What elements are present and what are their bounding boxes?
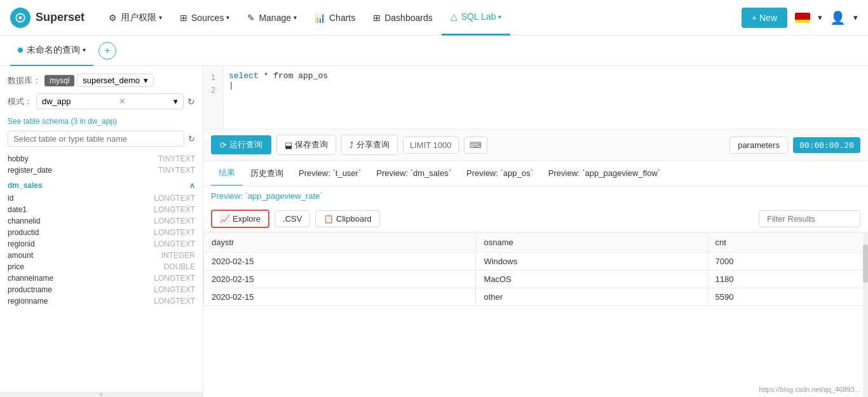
sql-cursor: | — [229, 81, 234, 90]
main-layout: 数据库： mysql superset_demo ▾ 模式： dw_app ✕ … — [0, 66, 868, 397]
save-query-button[interactable]: ⬓ 保存查询 — [276, 135, 336, 155]
cell-cnt-2: 1180 — [707, 271, 868, 288]
clipboard-label: Clipboard — [336, 214, 372, 224]
data-table-container: daystr osname cnt 2020-02-15 Windows 700… — [203, 232, 868, 397]
sql-editor[interactable]: 1 2 select * from app_os | — [203, 66, 868, 130]
run-query-button[interactable]: ⟳ 运行查询 — [211, 135, 271, 154]
limit-selector[interactable]: LIMIT 1000 — [403, 137, 459, 154]
tab-results-label: 结果 — [219, 167, 235, 178]
cell-osname-1: Windows — [476, 253, 707, 271]
parameters-button[interactable]: parameters — [729, 137, 788, 154]
nav-item-user-perms[interactable]: ⚙ 用户权限 ▾ — [100, 0, 171, 36]
tab-preview-dm-sales-label: Preview: `dm_sales` — [376, 168, 451, 178]
line-number-2: 2 — [211, 84, 215, 97]
logo-area: Superset — [10, 8, 85, 28]
explore-button[interactable]: 📈 Explore — [211, 210, 269, 228]
nav-item-manage[interactable]: ✎ Manage ▾ — [238, 0, 306, 36]
settings-icon: ⚙ — [109, 13, 117, 23]
field-type: DOUBLE — [164, 262, 195, 271]
app-name: Superset — [36, 11, 85, 24]
field-type: LONGTEXT — [154, 274, 195, 283]
scrollbar-track[interactable] — [863, 232, 868, 397]
query-timer: 00:00:00.20 — [793, 137, 860, 153]
chevron-down-icon: ▾ — [159, 14, 162, 21]
field-name: hobby — [8, 154, 29, 163]
cell-daystr-2: 2020-02-15 — [204, 271, 476, 288]
cell-daystr-1: 2020-02-15 — [204, 253, 476, 271]
field-row: regionid LONGTEXT — [8, 238, 195, 250]
database-select[interactable]: superset_demo ▾ — [77, 74, 154, 87]
field-name: channelname — [8, 274, 53, 283]
tab-preview-dm-sales[interactable]: Preview: `dm_sales` — [369, 161, 459, 186]
nav-item-sqllab[interactable]: △ SQL Lab ▾ — [442, 0, 511, 36]
query-tab-unnamed[interactable]: 未命名的查询 ▾ — [10, 36, 93, 66]
tab-results[interactable]: 结果 — [211, 161, 243, 186]
filter-results-input[interactable] — [759, 210, 860, 227]
flag-dropdown-arrow[interactable]: ▾ — [818, 13, 822, 22]
field-name: date1 — [8, 205, 27, 214]
left-panel: 数据库： mysql superset_demo ▾ 模式： dw_app ✕ … — [0, 66, 203, 397]
sql-keyword-select: select — [229, 71, 259, 81]
clipboard-icon: 📋 — [323, 214, 334, 224]
field-type: LONGTEXT — [154, 205, 195, 214]
schema-actions: ↻ — [187, 97, 195, 107]
editor-content[interactable]: select * from app_os | — [224, 66, 868, 95]
section-header-dm-sales[interactable]: dm_sales ∧ — [8, 178, 195, 192]
field-name: price — [8, 262, 24, 271]
nav-item-dashboards[interactable]: ⊞ Dashboards — [364, 0, 442, 36]
csv-button[interactable]: .CSV — [275, 210, 310, 227]
tab-dropdown-arrow[interactable]: ▾ — [83, 46, 86, 53]
field-row: amount INTEGER — [8, 250, 195, 261]
nav-items: ⚙ 用户权限 ▾ ⊞ Sources ▾ ✎ Manage ▾ 📊 Charts… — [100, 0, 742, 36]
cell-cnt-1: 7000 — [707, 253, 868, 271]
tab-preview-t-user[interactable]: Preview: `t_user` — [291, 161, 369, 186]
new-button[interactable]: + New — [742, 8, 787, 28]
chart-icon: 📊 — [315, 13, 325, 23]
scroll-down-indicator[interactable]: ▼ — [98, 391, 105, 397]
field-type: INTEGER — [161, 251, 195, 260]
add-tab-button[interactable]: + — [98, 42, 116, 60]
field-type: TINYTEXT — [158, 166, 195, 175]
table-icon: ⊞ — [180, 13, 187, 23]
field-type: LONGTEXT — [154, 297, 195, 306]
share-query-button[interactable]: ⤴ 分享查询 — [341, 135, 398, 155]
table-search-input[interactable] — [8, 131, 184, 147]
refresh-schema-icon[interactable]: ↻ — [187, 97, 195, 107]
explore-label: Explore — [233, 214, 261, 224]
clipboard-button[interactable]: 📋 Clipboard — [315, 210, 379, 227]
field-row: channelname LONGTEXT — [8, 273, 195, 284]
table-header: daystr osname cnt — [204, 232, 868, 253]
nav-label-manage: Manage — [259, 13, 291, 23]
tab-preview-app-os[interactable]: Preview: `app_os` — [459, 161, 541, 186]
collapse-icon[interactable]: ∧ — [189, 181, 195, 190]
schema-select[interactable]: dw_app ✕ ▾ — [36, 93, 184, 109]
refresh-table-icon[interactable]: ↻ — [188, 134, 195, 144]
col-header-daystr: daystr — [204, 232, 476, 253]
schema-selector-row: 模式： dw_app ✕ ▾ ↻ — [8, 93, 195, 109]
tab-history[interactable]: 历史查询 — [243, 161, 291, 186]
section-name: dm_sales — [8, 181, 43, 190]
field-type: LONGTEXT — [154, 228, 195, 237]
save-label: 保存查询 — [295, 139, 328, 151]
database-label: 数据库： — [8, 75, 41, 86]
keyboard-shortcuts-icon[interactable]: ⌨ — [464, 137, 487, 154]
scrollbar-thumb[interactable] — [863, 245, 868, 283]
tab-preview-app-pageview-flow[interactable]: Preview: `app_pageview_flow` — [541, 161, 668, 186]
user-dropdown-arrow[interactable]: ▾ — [853, 13, 858, 22]
field-row: regionname LONGTEXT — [8, 295, 195, 307]
language-flag-icon[interactable] — [795, 13, 810, 23]
results-area: 结果 历史查询 Preview: `t_user` Preview: `dm_s… — [203, 161, 868, 397]
field-row: hobby TINYTEXT — [8, 153, 195, 165]
nav-item-sources[interactable]: ⊞ Sources ▾ — [171, 0, 238, 36]
cell-cnt-3: 5590 — [707, 288, 868, 306]
clear-icon[interactable]: ✕ — [119, 97, 126, 106]
database-name: superset_demo — [83, 76, 140, 85]
field-row: id LONGTEXT — [8, 192, 195, 204]
database-type-badge: mysql — [44, 75, 74, 86]
cell-osname-3: other — [476, 288, 707, 306]
user-avatar-icon[interactable]: 👤 — [830, 10, 846, 25]
table-schema-info: See table schema (3 in dw_app) — [8, 117, 195, 126]
field-name: regionname — [8, 297, 48, 306]
line-number-1: 1 — [211, 71, 215, 84]
nav-item-charts[interactable]: 📊 Charts — [306, 0, 364, 36]
